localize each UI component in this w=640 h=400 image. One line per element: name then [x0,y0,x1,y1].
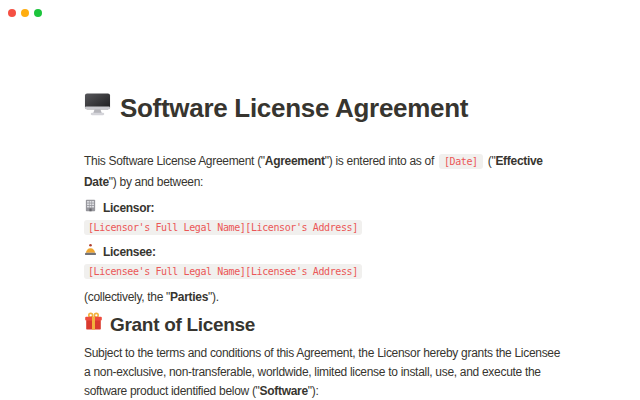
licensee-code-line: [Licensee's Full Legal Name][Licensee's … [84,262,568,280]
licensor-code-placeholder: [Licensor's Full Legal Name][Licensor's … [84,220,362,235]
minimize-button[interactable] [21,9,29,17]
desktop-computer-icon [84,90,111,125]
bellhop-bell-icon [84,243,97,260]
grant-heading: Grant of License [84,312,568,337]
traffic-lights [8,9,42,17]
parties-term: Parties [170,290,208,304]
document-content: Software License Agreement This Software… [84,90,568,400]
parties-note: (collectively, the "Parties"). [84,289,568,305]
intro-paragraph: This Software License Agreement ("Agreem… [84,151,568,192]
grant-paragraph: Subject to the terms and conditions of t… [84,344,568,400]
gift-icon [84,312,103,337]
page-title: Software License Agreement [84,90,568,125]
licensee-code-placeholder: [Licensee's Full Legal Name][Licensee's … [84,264,362,279]
date-code-placeholder: [Date] [439,154,483,169]
page-title-text: Software License Agreement [120,91,468,125]
licensor-label: Licensor: [103,200,154,216]
grant-heading-text: Grant of License [110,312,255,337]
licensee-label-row: Licensee: [84,243,568,260]
close-button[interactable] [8,9,16,17]
licensee-label: Licensee: [103,244,156,260]
licensor-code-line: [Licensor's Full Legal Name][Licensor's … [84,218,568,236]
agreement-term: Agreement [265,154,325,168]
licensor-label-row: Licensor: [84,199,568,216]
office-building-icon [84,199,97,216]
window: Software License Agreement This Software… [0,0,640,400]
zoom-button[interactable] [34,9,42,17]
software-term: Software [260,384,308,398]
